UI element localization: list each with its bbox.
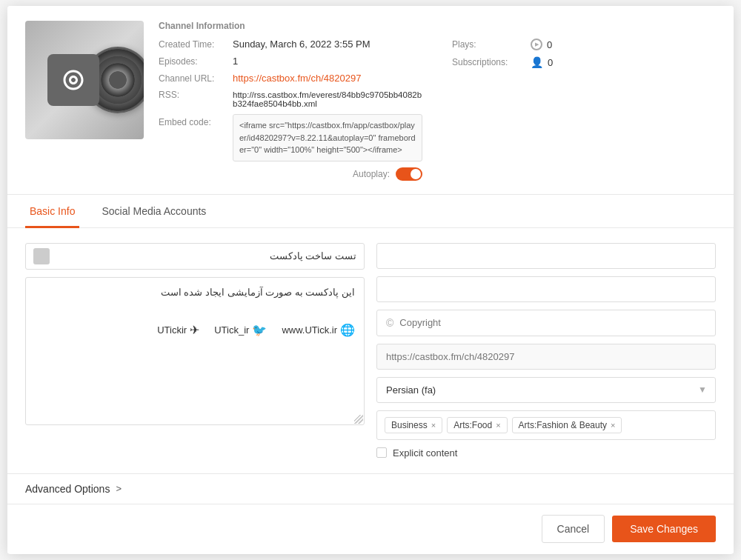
form-right: © Persian (fa) English (en) Arabic (ar) …	[376, 243, 716, 459]
description-container: این پادکست به صورت آزمایشی ایجاد شده است…	[25, 277, 365, 425]
embed-row: Embed code: <iframe src="https://castbox…	[159, 114, 422, 181]
tabs-bar: Basic Info Social Media Accounts	[7, 195, 734, 228]
tag-business: Business ×	[385, 417, 442, 433]
description-content[interactable]: این پادکست به صورت آزمایشی ایجاد شده است…	[25, 277, 365, 425]
plays-label: Plays:	[452, 39, 526, 50]
form-left: این پادکست به صورت آزمایشی ایجاد شده است…	[25, 243, 365, 459]
form-body: این پادکست به صورت آزمایشی ایجاد شده است…	[7, 228, 734, 473]
telegram-icon: ✈	[190, 323, 199, 337]
created-label: Created Time:	[159, 39, 233, 50]
tag-label: Arts:Food	[453, 420, 492, 430]
tag-label: Arts:Fashion & Beauty	[519, 420, 607, 430]
twitter-social: 🐦 UTick_ir	[214, 323, 267, 337]
advanced-arrow-icon: >	[116, 483, 122, 494]
plays-row: Plays: 0	[452, 39, 716, 50]
rss-value: http://rss.castbox.fm/everest/84bb9c9705…	[233, 90, 422, 108]
save-changes-button[interactable]: Save Changes	[612, 516, 716, 542]
tag-remove-business[interactable]: ×	[431, 421, 436, 430]
website-icon: 🌐	[340, 323, 355, 337]
created-value: Sunday, March 6, 2022 3:55 PM	[233, 39, 370, 50]
episodes-value: 1	[233, 56, 238, 67]
thumb-icon	[47, 54, 99, 106]
channel-info-title: Channel Information	[159, 21, 716, 31]
episodes-label: Episodes:	[159, 56, 233, 67]
copyright-row: ©	[376, 310, 716, 336]
tab-basic-info[interactable]: Basic Info	[25, 195, 79, 228]
plays-icon	[531, 39, 542, 50]
explicit-content-row: Explicit content	[376, 447, 716, 459]
tags-container[interactable]: Business × Arts:Food × Arts:Fashion & Be…	[376, 410, 716, 440]
channel-url-label: Channel URL:	[159, 73, 233, 84]
subscriptions-value: 0	[548, 57, 553, 68]
toggle-knob	[411, 169, 421, 179]
channel-settings-modal: Channel Information Created Time: Sunday…	[7, 6, 734, 554]
plays-value: 0	[547, 39, 552, 50]
twitter-value: UTick_ir	[214, 324, 249, 336]
channel-url-input[interactable]	[376, 344, 716, 370]
autoplay-label: Autoplay:	[353, 169, 390, 179]
subscriptions-row: Subscriptions: 👤 0	[452, 56, 716, 68]
rss-row: RSS: http://rss.castbox.fm/everest/84bb9…	[159, 90, 422, 108]
channel-name-thumb	[33, 248, 50, 264]
channel-thumbnail	[25, 21, 144, 139]
website-value: www.UTick.ir	[282, 324, 337, 336]
channel-header: Channel Information Created Time: Sunday…	[7, 6, 734, 195]
subscriptions-icon: 👤	[531, 56, 543, 68]
tag-label: Business	[391, 420, 428, 430]
explicit-label: Explicit content	[393, 447, 457, 459]
right-input-1[interactable]	[376, 243, 716, 269]
telegram-social: ✈ UTickir	[157, 323, 199, 337]
embed-label: Embed code:	[159, 114, 233, 127]
tag-remove-arts-fashion[interactable]: ×	[611, 421, 615, 430]
website-social: 🌐 www.UTick.ir	[282, 323, 355, 337]
podcast-icon	[60, 67, 87, 93]
right-input-2[interactable]	[376, 276, 716, 302]
channel-url-value: https://castbox.fm/ch/4820297	[233, 73, 361, 84]
cancel-button[interactable]: Cancel	[542, 515, 605, 543]
explicit-checkbox[interactable]	[376, 447, 387, 458]
description-text: این پادکست به صورت آزمایشی ایجاد شده است	[35, 287, 355, 298]
copyright-icon: ©	[386, 317, 393, 329]
episodes-row: Episodes: 1	[159, 56, 422, 67]
advanced-options-label: Advanced Options	[25, 483, 110, 495]
subscriptions-label: Subscriptions:	[452, 57, 526, 67]
autoplay-toggle[interactable]	[396, 167, 422, 181]
tab-social-media[interactable]: Social Media Accounts	[97, 195, 210, 228]
tag-remove-arts-food[interactable]: ×	[496, 421, 500, 430]
tag-arts-food: Arts:Food ×	[447, 417, 507, 433]
resize-handle	[354, 415, 363, 424]
channel-name-input[interactable]	[56, 250, 356, 261]
modal-footer: Cancel Save Changes	[7, 504, 734, 553]
copyright-input[interactable]	[399, 317, 706, 328]
embed-code-box[interactable]: <iframe src="https://castbox.fm/app/cast…	[233, 114, 422, 161]
language-select[interactable]: Persian (fa) English (en) Arabic (ar)	[376, 377, 716, 403]
twitter-icon: 🐦	[252, 323, 267, 337]
language-select-wrapper: Persian (fa) English (en) Arabic (ar) ▼	[376, 377, 716, 403]
social-links-preview: 🌐 www.UTick.ir 🐦 UTick_ir ✈ UTickir	[35, 320, 355, 340]
created-row: Created Time: Sunday, March 6, 2022 3:55…	[159, 39, 422, 50]
channel-name-row	[25, 243, 365, 270]
channel-url-row: Channel URL: https://castbox.fm/ch/48202…	[159, 73, 422, 84]
channel-details: Channel Information Created Time: Sunday…	[159, 21, 716, 181]
channel-url-link[interactable]: https://castbox.fm/ch/4820297	[233, 73, 361, 84]
tag-arts-fashion: Arts:Fashion & Beauty ×	[512, 417, 622, 433]
telegram-value: UTickir	[157, 324, 187, 336]
rss-label: RSS:	[159, 90, 233, 100]
advanced-options-section[interactable]: Advanced Options >	[7, 473, 734, 504]
